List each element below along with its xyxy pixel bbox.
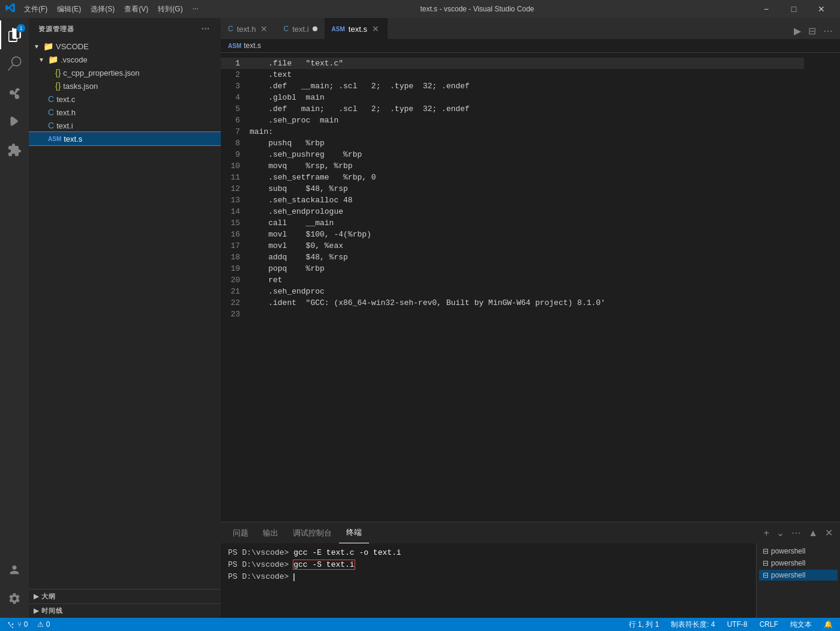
code-content: .seh_setframe %rbp, 0 bbox=[250, 172, 804, 183]
run-icon[interactable]: ▶ bbox=[791, 23, 803, 39]
terminal-line-3: PS D:\vscode> bbox=[228, 571, 749, 583]
terminal-content[interactable]: PS D:\vscode> gcc -E text.c -o text.i PS… bbox=[221, 543, 756, 618]
code-content: .seh_endproc bbox=[250, 286, 804, 297]
code-line: 19 popq %rbp bbox=[221, 263, 804, 274]
cursor-position-status[interactable]: 行 1, 列 1 bbox=[626, 620, 662, 630]
file-type-status[interactable]: 纯文本 bbox=[788, 620, 814, 630]
code-editor[interactable]: 1 .file "text.c"2 .text3 .def __main; .s… bbox=[221, 53, 804, 522]
line-number: 4 bbox=[221, 92, 250, 103]
line-number: 22 bbox=[221, 297, 250, 309]
activity-accounts[interactable] bbox=[0, 555, 29, 584]
sidebar-title: 资源管理器 bbox=[38, 25, 74, 34]
sidebar-header-actions: ⋯ bbox=[200, 23, 211, 35]
line-ending-status[interactable]: CRLF bbox=[757, 620, 781, 629]
tab-close-icon[interactable]: ✕ bbox=[371, 24, 380, 34]
split-editor-icon[interactable]: ⊟ bbox=[806, 23, 818, 39]
code-line: 22 .ident "GCC: (x86_64-win32-seh-rev0, … bbox=[221, 297, 804, 309]
activity-source-control[interactable] bbox=[0, 78, 29, 107]
c-file-icon: C bbox=[48, 121, 54, 130]
line-number: 18 bbox=[221, 252, 250, 263]
panel-tab-output[interactable]: 输出 bbox=[256, 522, 286, 543]
terminal-session-1[interactable]: ⊟ powershell bbox=[759, 546, 838, 557]
tree-c-cpp-properties[interactable]: {} c_cpp_properties.json bbox=[29, 66, 221, 79]
activity-run[interactable] bbox=[0, 107, 29, 136]
activity-settings[interactable] bbox=[0, 584, 29, 613]
session-label: powershell bbox=[771, 547, 805, 555]
notifications-icon[interactable]: 🔔 bbox=[821, 620, 835, 629]
tree-text-c[interactable]: C text.c bbox=[29, 92, 221, 106]
tab-text-h[interactable]: C text.h ✕ bbox=[221, 18, 276, 39]
chevron-right-icon: ▶ bbox=[34, 607, 39, 615]
tab-text-s[interactable]: ASM text.s ✕ bbox=[325, 18, 388, 39]
tab-text-i[interactable]: C text.i bbox=[276, 18, 324, 39]
git-branch-status[interactable]: ⑂ 0 bbox=[5, 620, 30, 629]
tree-text-h[interactable]: C text.h bbox=[29, 106, 221, 119]
line-number: 23 bbox=[221, 309, 250, 320]
terminal-cursor bbox=[293, 573, 295, 581]
minimize-button[interactable]: − bbox=[752, 0, 780, 18]
more-actions-icon[interactable]: ⋯ bbox=[821, 23, 835, 39]
menu-edit[interactable]: 编辑(E) bbox=[53, 3, 85, 16]
code-content: movq %rsp, %rbp bbox=[250, 160, 804, 172]
menu-file[interactable]: 文件(F) bbox=[20, 3, 51, 16]
tree-tasks-json[interactable]: {} tasks.json bbox=[29, 79, 221, 92]
titlebar: 文件(F) 编辑(E) 选择(S) 查看(V) 转到(G) ··· text.s… bbox=[0, 0, 840, 18]
tree-vscode-root[interactable]: ▼ 📁 VSCODE bbox=[29, 40, 221, 53]
code-line: 11 .seh_setframe %rbp, 0 bbox=[221, 172, 804, 183]
line-number: 19 bbox=[221, 263, 250, 274]
split-terminal-icon[interactable]: ⌄ bbox=[774, 525, 787, 541]
tree-text-s[interactable]: ASM text.s bbox=[29, 132, 221, 145]
panel-tab-debug[interactable]: 调试控制台 bbox=[286, 522, 339, 543]
maximize-button[interactable]: □ bbox=[780, 0, 808, 18]
menu-more[interactable]: ··· bbox=[189, 3, 202, 16]
code-line: 2 .text bbox=[221, 69, 804, 80]
code-content: .seh_stackalloc 48 bbox=[250, 195, 804, 206]
tree-text-i[interactable]: C text.i bbox=[29, 119, 221, 132]
activity-explorer[interactable]: 1 bbox=[0, 20, 29, 49]
activity-search[interactable] bbox=[0, 49, 29, 78]
line-number: 7 bbox=[221, 126, 250, 137]
status-bar: ⑂ 0 ⚠ 0 行 1, 列 1 制表符长度: 4 UTF-8 CRLF 纯文本… bbox=[0, 618, 840, 631]
vscode-icon bbox=[5, 2, 16, 16]
code-content: .def main; .scl 2; .type 32; .endef bbox=[250, 103, 804, 115]
panel-tab-problems[interactable]: 问题 bbox=[226, 522, 256, 543]
maximize-panel-icon[interactable]: ▲ bbox=[806, 525, 820, 541]
tab-label: text.s bbox=[349, 25, 367, 34]
menu-view[interactable]: 查看(V) bbox=[121, 3, 152, 16]
activity-extensions[interactable] bbox=[0, 136, 29, 165]
code-content: .seh_pushreg %rbp bbox=[250, 149, 804, 160]
encoding-status[interactable]: UTF-8 bbox=[725, 620, 750, 629]
json-file-icon: {} bbox=[55, 68, 61, 77]
menu-select[interactable]: 选择(S) bbox=[87, 3, 118, 16]
chevron-down-icon: ▼ bbox=[38, 56, 46, 63]
code-line: 18 addq $48, %rsp bbox=[221, 252, 804, 263]
terminal-session-2[interactable]: ⊟ powershell bbox=[759, 558, 838, 569]
code-content: call __main bbox=[250, 217, 804, 229]
line-number: 2 bbox=[221, 69, 250, 80]
status-right: 行 1, 列 1 制表符长度: 4 UTF-8 CRLF 纯文本 🔔 bbox=[626, 620, 835, 630]
panel-area: 问题 输出 调试控制台 终端 + ⌄ ⋯ ▲ ✕ PS D:\v bbox=[221, 522, 840, 618]
c-file-icon: C bbox=[283, 25, 289, 33]
code-content: main: bbox=[250, 126, 804, 137]
close-button[interactable]: ✕ bbox=[808, 0, 835, 18]
more-panel-icon[interactable]: ⋯ bbox=[789, 525, 803, 541]
terminal-icon: ⊟ bbox=[763, 559, 769, 567]
panel-tab-terminal[interactable]: 终端 bbox=[339, 522, 369, 543]
terminal-session-3[interactable]: ⊟ powershell bbox=[759, 570, 838, 581]
editor-container: 1 .file "text.c"2 .text3 .def __main; .s… bbox=[221, 53, 840, 522]
minimap bbox=[804, 53, 840, 522]
timeline-header[interactable]: ▶ 时间线 bbox=[29, 604, 221, 618]
tab-size-status[interactable]: 制表符长度: 4 bbox=[668, 620, 717, 630]
tree-vscode-folder[interactable]: ▼ 📁 .vscode bbox=[29, 53, 221, 66]
new-terminal-icon[interactable]: + bbox=[761, 525, 772, 541]
new-file-icon[interactable]: ⋯ bbox=[200, 23, 211, 35]
tab-close-icon[interactable]: ✕ bbox=[259, 24, 269, 34]
menu-goto[interactable]: 转到(G) bbox=[154, 3, 186, 16]
close-panel-icon[interactable]: ✕ bbox=[823, 525, 835, 541]
error-warning-status[interactable]: ⚠ 0 bbox=[35, 620, 52, 629]
outline-header[interactable]: ▶ 大纲 bbox=[29, 590, 221, 603]
breadcrumb-file[interactable]: text.s bbox=[244, 41, 261, 50]
code-line: 21 .seh_endproc bbox=[221, 286, 804, 297]
tree-label: .vscode bbox=[61, 55, 88, 64]
code-line: 15 call __main bbox=[221, 217, 804, 229]
